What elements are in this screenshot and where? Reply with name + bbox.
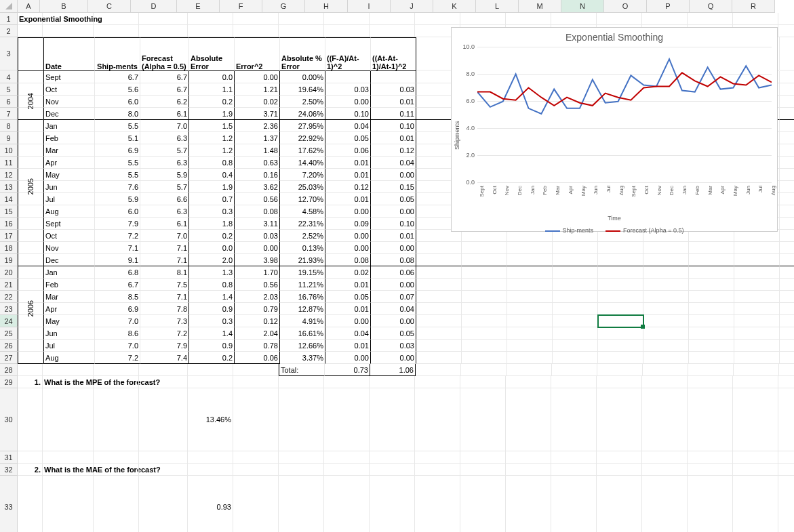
cell-Q19[interactable] — [734, 254, 780, 266]
cell-R1[interactable] — [778, 13, 794, 25]
cell-J26[interactable] — [416, 340, 462, 352]
cell-H21[interactable]: 0.01 — [325, 279, 371, 291]
cell-M29[interactable] — [551, 376, 597, 388]
cell-A32[interactable]: 2. — [18, 464, 43, 476]
cell-J20[interactable] — [416, 266, 462, 279]
cell-F33[interactable] — [233, 476, 279, 532]
cell-E25[interactable]: 1.4 — [189, 327, 235, 340]
cell-P25[interactable] — [689, 327, 734, 340]
cell-H29[interactable] — [324, 376, 370, 388]
row-header-27[interactable]: 27 — [0, 352, 18, 364]
cell-H23[interactable]: 0.01 — [325, 303, 371, 315]
cell-Q30[interactable] — [733, 388, 778, 451]
cell-G22[interactable]: 16.76% — [280, 291, 325, 303]
row-header-5[interactable]: 5 — [0, 83, 18, 96]
cell-P31[interactable] — [688, 451, 733, 464]
row-header-33[interactable]: 33 — [0, 476, 18, 532]
cell-D13[interactable]: 5.7 — [140, 181, 189, 193]
cell-B6[interactable]: Nov — [43, 96, 95, 108]
cell-E27[interactable]: 0.2 — [189, 352, 235, 364]
cell-C7[interactable]: 8.0 — [95, 108, 140, 120]
cell-N25[interactable] — [598, 327, 643, 340]
cell-P21[interactable] — [689, 279, 734, 291]
cell-E31[interactable] — [188, 451, 233, 464]
cell-I8[interactable]: 0.10 — [371, 120, 416, 132]
cell-G10[interactable]: 17.62% — [280, 144, 325, 157]
cell-E33[interactable]: 0.93 — [188, 476, 233, 532]
cell-E2[interactable] — [188, 25, 233, 37]
cell-D12[interactable]: 5.9 — [140, 169, 189, 181]
cell-H5[interactable]: 0.03 — [325, 83, 371, 96]
cell-F7[interactable]: 3.71 — [235, 108, 280, 120]
cell-K27[interactable] — [462, 352, 507, 364]
row-header-16[interactable]: 16 — [0, 218, 18, 230]
cell-P23[interactable] — [689, 303, 734, 315]
cell-N31[interactable] — [597, 451, 642, 464]
cell-E17[interactable]: 0.2 — [189, 230, 235, 242]
cell-F12[interactable]: 0.16 — [235, 169, 280, 181]
cell-D22[interactable]: 7.1 — [140, 291, 189, 303]
cell-A16[interactable] — [18, 218, 43, 230]
cell-D18[interactable]: 7.1 — [140, 242, 189, 254]
cell-L23[interactable] — [507, 303, 553, 315]
cell-N19[interactable] — [598, 254, 643, 266]
cell-B19[interactable]: Dec — [43, 254, 95, 266]
cell-E13[interactable]: 1.9 — [189, 181, 235, 193]
cell-B12[interactable]: May — [43, 169, 95, 181]
cell-O33[interactable] — [642, 476, 688, 532]
cell-C32[interactable] — [94, 464, 139, 476]
cell-I14[interactable]: 0.05 — [371, 193, 416, 205]
cell-Q1[interactable] — [733, 13, 778, 25]
cell-Q26[interactable] — [734, 340, 780, 352]
cell-R32[interactable] — [778, 464, 794, 476]
cell-J33[interactable] — [415, 476, 460, 532]
cell-C26[interactable]: 7.0 — [95, 340, 140, 352]
cell-P33[interactable] — [688, 476, 733, 532]
cell-H24[interactable]: 0.00 — [325, 315, 371, 327]
cell-R25[interactable] — [780, 327, 794, 340]
cell-J29[interactable] — [415, 376, 460, 388]
cell-D14[interactable]: 6.6 — [140, 193, 189, 205]
cell-E26[interactable]: 0.9 — [189, 340, 235, 352]
cell-P27[interactable] — [689, 352, 734, 364]
cell-H6[interactable]: 0.00 — [325, 96, 371, 108]
cell-D25[interactable]: 7.2 — [140, 327, 189, 340]
cell-O25[interactable] — [643, 327, 689, 340]
cell-M31[interactable] — [551, 451, 597, 464]
cell-K32[interactable] — [460, 464, 506, 476]
cell-H15[interactable]: 0.00 — [325, 205, 371, 218]
cell-E16[interactable]: 1.8 — [189, 218, 235, 230]
cell-F15[interactable]: 0.08 — [235, 205, 280, 218]
cell-J19[interactable] — [416, 254, 462, 266]
cell-B31[interactable] — [43, 451, 94, 464]
cell-R7[interactable] — [780, 108, 794, 120]
cell-N24[interactable] — [598, 315, 643, 327]
cell-C10[interactable]: 6.9 — [95, 144, 140, 157]
cell-E21[interactable]: 0.8 — [189, 279, 235, 291]
column-header-K[interactable]: K — [433, 0, 476, 13]
cell-A29[interactable]: 1. — [18, 376, 43, 388]
cell-I18[interactable]: 0.00 — [371, 242, 416, 254]
cell-M32[interactable] — [551, 464, 597, 476]
cell-C1[interactable] — [94, 13, 139, 25]
cell-A6[interactable]: 2004 — [18, 96, 43, 108]
cell-F10[interactable]: 1.48 — [235, 144, 280, 157]
cell-I20[interactable]: 0.06 — [371, 266, 416, 279]
cell-C4[interactable]: 6.7 — [95, 71, 140, 83]
cell-R12[interactable] — [780, 169, 794, 181]
row-header-14[interactable]: 14 — [0, 193, 18, 205]
cell-F8[interactable]: 2.36 — [235, 120, 280, 132]
row-header-18[interactable]: 18 — [0, 242, 18, 254]
column-header-G[interactable]: G — [262, 0, 305, 13]
cell-H14[interactable]: 0.01 — [325, 193, 371, 205]
cell-Q32[interactable] — [733, 464, 778, 476]
cell-G5[interactable]: 19.64% — [280, 83, 325, 96]
cell-I16[interactable]: 0.10 — [371, 218, 416, 230]
cell-J32[interactable] — [415, 464, 460, 476]
cell-L26[interactable] — [507, 340, 553, 352]
cell-G6[interactable]: 2.50% — [280, 96, 325, 108]
cell-B33[interactable] — [43, 476, 94, 532]
cell-M1[interactable] — [551, 13, 597, 25]
cell-D33[interactable] — [139, 476, 188, 532]
cell-I27[interactable]: 0.00 — [371, 352, 416, 364]
